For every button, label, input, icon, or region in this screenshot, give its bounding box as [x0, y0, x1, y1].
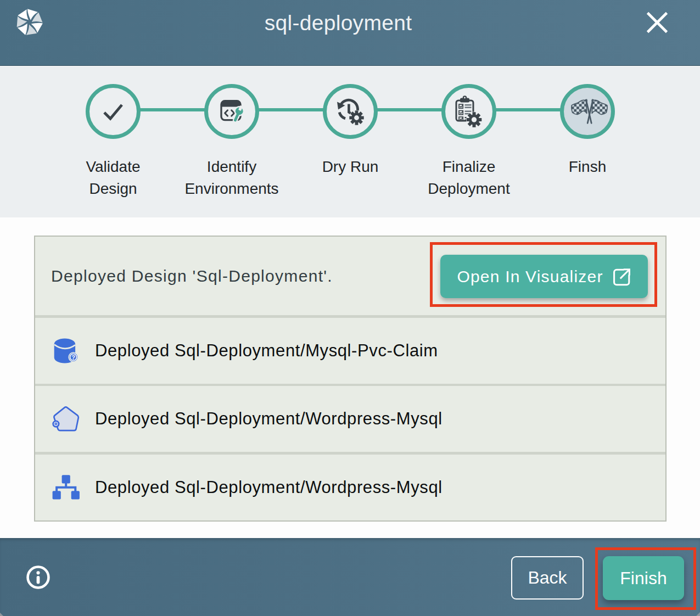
svg-text:?: ?: [71, 354, 75, 360]
